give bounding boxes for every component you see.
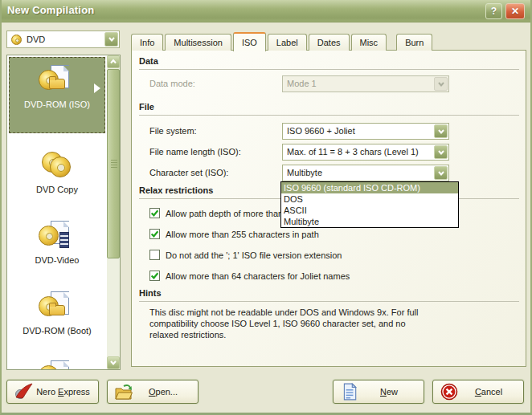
scroll-up-button[interactable] bbox=[107, 55, 120, 68]
cancel-icon bbox=[440, 383, 459, 401]
character-set-label: Character set (ISO): bbox=[149, 168, 228, 177]
character-set-dropdown-list: ISO 9660 (standard ISO CD-ROM) DOS ASCII… bbox=[280, 181, 459, 228]
hints-section-header: Hints bbox=[139, 288, 519, 302]
option-iso9660[interactable]: ISO 9660 (standard ISO CD-ROM) bbox=[281, 182, 458, 193]
list-item-dvd-rom-iso[interactable]: DVD-ROM (ISO) bbox=[9, 57, 105, 133]
file-name-length-dropdown-button[interactable] bbox=[434, 145, 448, 159]
new-document-icon bbox=[340, 383, 359, 401]
chevron-down-icon bbox=[437, 149, 445, 156]
window-title: New Compilation bbox=[7, 4, 94, 16]
file-section-header: File bbox=[139, 102, 519, 116]
list-item-partial[interactable] bbox=[9, 351, 105, 370]
file-name-length-label: File name length (ISO): bbox=[149, 147, 241, 157]
scroll-down-button[interactable] bbox=[107, 356, 120, 369]
data-mode-combobox: Mode 1 bbox=[282, 75, 449, 92]
chevron-down-icon bbox=[437, 128, 445, 135]
list-item-dvd-rom-boot[interactable]: DVD-ROM (Boot) bbox=[9, 282, 105, 351]
character-set-value: Multibyte bbox=[287, 165, 432, 181]
chevron-down-icon bbox=[437, 170, 445, 177]
disc-document-icon bbox=[39, 360, 76, 370]
checkbox-unchecked-icon[interactable] bbox=[149, 250, 160, 260]
disc-document-folder-icon bbox=[39, 65, 76, 96]
file-name-length-value: Max. of 11 = 8 + 3 chars (Level 1) bbox=[287, 144, 432, 160]
tab-info[interactable]: Info bbox=[131, 34, 163, 51]
list-item-label: DVD-ROM (Boot) bbox=[23, 326, 92, 336]
data-mode-label: Data mode: bbox=[149, 79, 195, 88]
tab-multisession[interactable]: Multisession bbox=[165, 34, 231, 51]
nero-express-icon bbox=[14, 383, 33, 401]
list-item-label: DVD Copy bbox=[36, 185, 78, 194]
option-ascii[interactable]: ASCII bbox=[281, 205, 458, 216]
help-button[interactable]: ? bbox=[485, 3, 502, 19]
nero-express-button[interactable]: Nero Express bbox=[6, 380, 99, 404]
list-item-label: DVD-Video bbox=[35, 255, 80, 265]
checkbox-joliet-names[interactable]: Allow more than 64 characters for Joliet… bbox=[149, 270, 350, 282]
option-dos[interactable]: DOS bbox=[281, 193, 458, 205]
selected-arrow-icon bbox=[94, 83, 100, 93]
close-button[interactable]: ✕ bbox=[505, 3, 525, 19]
chevron-down-icon bbox=[437, 81, 445, 87]
new-compilation-dialog: New Compilation ? ✕ DVD Info Multisessio… bbox=[0, 0, 532, 415]
tab-burn[interactable]: Burn bbox=[396, 34, 432, 51]
data-mode-value: Mode 1 bbox=[287, 76, 432, 92]
cancel-button[interactable]: Cancel bbox=[432, 380, 524, 404]
sidebar-scrollbar[interactable] bbox=[107, 55, 120, 369]
file-name-length-combobox[interactable]: Max. of 11 = 8 + 3 chars (Level 1) bbox=[282, 144, 449, 161]
disc-document-film-icon bbox=[39, 221, 76, 251]
file-system-dropdown-button[interactable] bbox=[434, 124, 448, 138]
tab-dates[interactable]: Dates bbox=[309, 34, 350, 51]
chevron-up-icon bbox=[109, 59, 117, 65]
media-type-combobox[interactable]: DVD bbox=[6, 31, 120, 48]
option-multibyte[interactable]: Multibyte bbox=[281, 216, 458, 227]
help-icon: ? bbox=[491, 6, 497, 17]
list-item-label: DVD-ROM (ISO) bbox=[24, 100, 90, 109]
disc-document-folder-icon bbox=[39, 291, 76, 322]
checkbox-iso-version-extension[interactable]: Do not add the '; 1' ISO file version ex… bbox=[149, 249, 342, 261]
data-mode-dropdown-button bbox=[434, 77, 448, 91]
compilation-type-list: DVD-ROM (ISO) DVD Copy DVD-Video bbox=[6, 55, 121, 370]
hints-text: This disc might not be readable under DO… bbox=[149, 307, 429, 340]
checkbox-checked-icon[interactable] bbox=[149, 271, 160, 281]
file-system-combobox[interactable]: ISO 9660 + Joliet bbox=[282, 123, 449, 140]
media-type-value: DVD bbox=[27, 31, 103, 47]
title-bar: New Compilation ? ✕ bbox=[0, 0, 532, 22]
open-button[interactable]: Open... bbox=[107, 380, 198, 404]
list-item-dvd-copy[interactable]: DVD Copy bbox=[9, 139, 105, 208]
character-set-dropdown-button[interactable] bbox=[434, 166, 448, 180]
thumb-grip-icon bbox=[111, 160, 117, 168]
close-icon: ✕ bbox=[511, 6, 519, 17]
chevron-down-icon bbox=[108, 36, 116, 43]
new-button[interactable]: New bbox=[333, 380, 424, 404]
file-system-label: File system: bbox=[149, 126, 197, 136]
tab-label[interactable]: Label bbox=[268, 34, 307, 51]
checkbox-checked-icon[interactable] bbox=[149, 229, 160, 239]
scrollbar-thumb[interactable] bbox=[107, 69, 120, 258]
tab-iso[interactable]: ISO bbox=[233, 32, 266, 51]
checkbox-checked-icon[interactable] bbox=[149, 208, 160, 218]
checkbox-label: Allow more than 64 characters for Joliet… bbox=[166, 271, 350, 281]
two-discs-icon bbox=[39, 150, 76, 181]
data-section-header: Data bbox=[139, 56, 519, 70]
list-item-dvd-video[interactable]: DVD-Video bbox=[9, 211, 105, 280]
button-label: New bbox=[362, 387, 415, 397]
dvd-disc-icon bbox=[11, 35, 22, 45]
open-folder-icon bbox=[114, 383, 133, 401]
media-type-dropdown-button[interactable] bbox=[104, 32, 118, 47]
checkbox-255-chars[interactable]: Allow more than 255 characters in path bbox=[149, 228, 319, 240]
button-label: Nero Express bbox=[36, 387, 90, 397]
checkbox-label: Allow more than 255 characters in path bbox=[166, 230, 319, 239]
tab-strip: Info Multisession ISO Label Dates Misc B… bbox=[131, 31, 434, 51]
tab-misc[interactable]: Misc bbox=[351, 34, 387, 51]
file-system-value: ISO 9660 + Joliet bbox=[287, 124, 432, 139]
button-label: Open... bbox=[137, 387, 190, 397]
button-label: Cancel bbox=[462, 387, 515, 397]
chevron-down-icon bbox=[109, 360, 117, 366]
checkbox-label: Do not add the '; 1' ISO file version ex… bbox=[166, 250, 342, 260]
iso-tab-panel: Data Data mode: Mode 1 File File system:… bbox=[131, 50, 526, 367]
character-set-combobox[interactable]: Multibyte bbox=[282, 165, 449, 181]
